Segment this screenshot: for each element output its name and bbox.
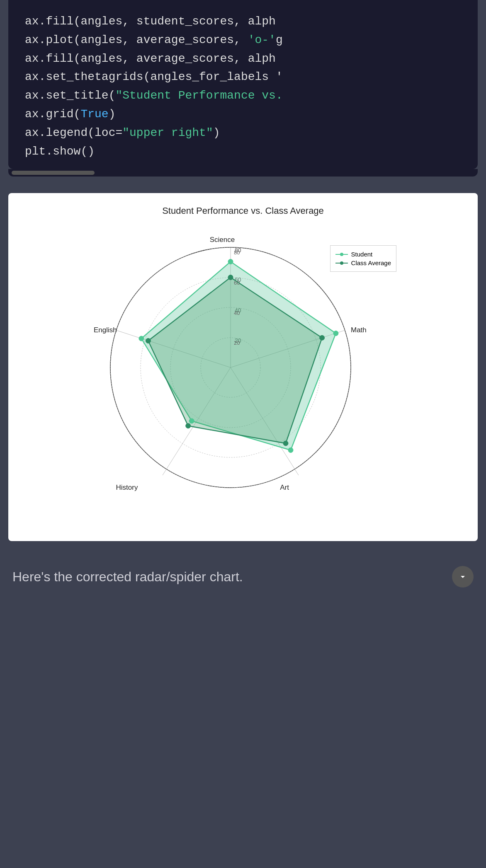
average-point-math — [320, 336, 325, 341]
scrollbar-area — [8, 169, 478, 177]
student-point-english — [139, 336, 144, 341]
average-point-english — [146, 338, 151, 343]
legend-average: Class Average — [335, 259, 391, 266]
legend-student-line — [335, 254, 348, 255]
scrollbar-thumb[interactable] — [12, 171, 95, 175]
axis-label-art: Art — [280, 484, 289, 491]
code-line-7: ax.legend(loc="upper right") — [25, 124, 461, 143]
average-point-art — [283, 441, 288, 446]
axis-label-history: History — [116, 484, 138, 491]
bottom-message-area: Here's the corrected radar/spider chart. — [0, 554, 486, 600]
axis-label-science: Science — [210, 236, 235, 244]
radial-label-80: 80 — [234, 249, 240, 256]
chart-wrapper: Student Performance vs. Class Average St… — [81, 206, 405, 529]
chart-container: Student Performance vs. Class Average St… — [8, 193, 478, 541]
axis-label-english: English — [94, 326, 117, 334]
student-point-history — [189, 418, 194, 423]
chevron-down-icon — [458, 572, 468, 582]
student-point-science — [228, 259, 233, 264]
average-point-science — [228, 275, 233, 280]
legend-average-label: Class Average — [351, 259, 391, 266]
legend-average-line — [335, 263, 348, 264]
code-line-8: plt.show() — [25, 143, 461, 161]
code-line-6: ax.grid(True) — [25, 105, 461, 124]
code-line-4: ax.set_thetagrids(angles_for_labels ' — [25, 68, 461, 87]
bottom-message-text: Here's the corrected radar/spider chart. — [12, 569, 243, 585]
chart-title: Student Performance vs. Class Average — [81, 206, 405, 216]
radial-label-20: 20 — [234, 340, 240, 346]
chart-svg-container: Student Class Average — [81, 220, 405, 523]
scroll-down-button[interactable] — [452, 566, 474, 588]
student-point-math — [333, 331, 338, 336]
legend-student-label: Student — [351, 251, 373, 258]
code-block: ax.fill(angles, student_scores, alph ax.… — [8, 0, 478, 169]
axis-label-math: Math — [351, 326, 367, 334]
chart-legend: Student Class Average — [330, 245, 396, 272]
average-point-history — [186, 423, 191, 428]
code-line-3: ax.fill(angles, average_scores, alph — [25, 50, 461, 68]
code-line-2: ax.plot(angles, average_scores, 'o-'g — [25, 31, 461, 50]
code-line-5: ax.set_title("Student Performance vs. — [25, 87, 461, 105]
student-point-art — [288, 448, 293, 453]
legend-student: Student — [335, 251, 391, 258]
code-line-1: ax.fill(angles, student_scores, alph — [25, 12, 461, 31]
radial-label-60: 60 — [234, 280, 240, 286]
radial-label-40: 40 — [234, 310, 240, 316]
